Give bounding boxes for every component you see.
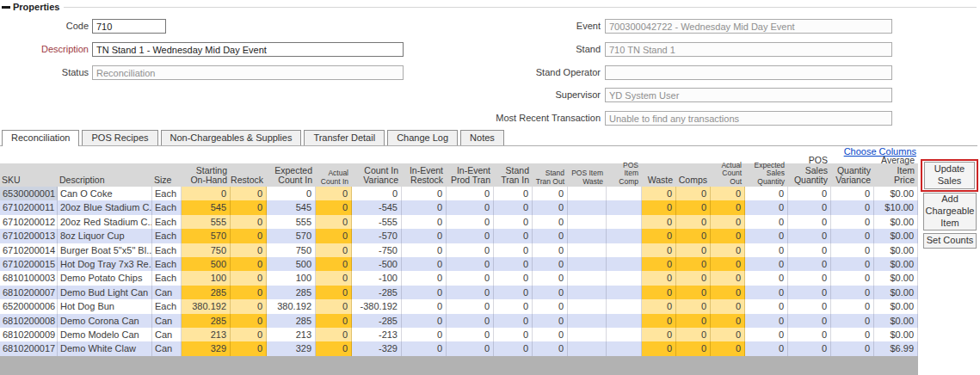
grid-cell[interactable]: 213 <box>182 328 231 341</box>
grid-cell[interactable]: 750 <box>267 243 316 257</box>
grid-cell[interactable] <box>568 286 607 299</box>
grid-cell[interactable]: 0 <box>494 229 533 243</box>
grid-cell[interactable]: 545 <box>182 200 231 214</box>
grid-cell[interactable]: 0 <box>788 187 831 200</box>
grid-cell[interactable]: Each <box>152 243 182 257</box>
grid-cell[interactable]: 380.192 <box>182 299 231 313</box>
grid-cell[interactable]: 0 <box>642 328 676 341</box>
tab-change-log[interactable]: Change Log <box>387 130 458 145</box>
grid-cell[interactable]: 0 <box>745 299 788 313</box>
grid-cell[interactable]: 0 <box>533 271 568 285</box>
column-header[interactable]: Expected Sales Quantity <box>745 163 788 187</box>
grid-cell[interactable]: 0 <box>494 328 533 341</box>
grid-cell[interactable]: 0 <box>231 187 267 200</box>
update-sales-button[interactable]: Update Sales <box>924 162 975 189</box>
grid-cell[interactable] <box>568 314 607 328</box>
grid-cell[interactable]: 285 <box>182 286 231 299</box>
grid-cell[interactable]: -750 <box>352 243 402 257</box>
grid-cell[interactable]: 570 <box>267 229 316 243</box>
grid-cell[interactable]: 0 <box>402 328 447 341</box>
grid-cell[interactable]: 0 <box>788 243 831 257</box>
grid-cell[interactable]: 0 <box>494 215 533 229</box>
grid-cell[interactable]: 0 <box>533 299 568 313</box>
grid-cell[interactable]: Demo Bud Light Can <box>58 286 152 299</box>
grid-cell[interactable]: 0 <box>316 200 352 214</box>
grid-cell[interactable]: 0 <box>494 257 533 271</box>
grid-cell[interactable]: 0 <box>316 328 352 341</box>
grid-cell[interactable] <box>568 299 607 313</box>
grid-cell[interactable]: Each <box>152 271 182 285</box>
grid-cell[interactable]: $0.00 <box>874 229 918 243</box>
grid-cell[interactable]: 0 <box>831 200 874 214</box>
grid-cell[interactable]: 0 <box>533 257 568 271</box>
grid-cell[interactable]: 0 <box>494 200 533 214</box>
grid-cell[interactable] <box>568 271 607 285</box>
column-header[interactable]: POS Item Waste <box>568 163 607 187</box>
column-header[interactable]: Waste <box>642 163 676 187</box>
grid-cell[interactable]: 0 <box>676 215 711 229</box>
grid-cell[interactable]: 0 <box>831 271 874 285</box>
grid-cell[interactable]: 0 <box>788 215 831 229</box>
grid-cell[interactable]: 0 <box>711 299 745 313</box>
grid-cell[interactable]: Each <box>152 299 182 313</box>
grid-cell[interactable]: 0 <box>494 341 533 355</box>
grid-cell[interactable] <box>568 187 607 200</box>
grid-cell[interactable]: 0 <box>711 314 745 328</box>
grid-cell[interactable]: 0 <box>533 229 568 243</box>
grid-cell[interactable]: 0 <box>231 341 267 355</box>
grid-cell[interactable]: 0 <box>494 299 533 313</box>
grid-cell[interactable]: Each <box>152 257 182 271</box>
grid-cell[interactable]: 0 <box>676 286 711 299</box>
grid-cell[interactable]: -555 <box>352 215 402 229</box>
grid-cell[interactable]: 0 <box>447 341 494 355</box>
grid-cell[interactable]: $0.00 <box>874 314 918 328</box>
grid-cell[interactable] <box>607 215 642 229</box>
grid-cell[interactable]: Demo Modelo Can <box>58 328 152 341</box>
tab-reconciliation[interactable]: Reconciliation <box>2 130 79 146</box>
grid-cell[interactable]: 0 <box>642 187 676 200</box>
grid-cell[interactable]: 0 <box>231 299 267 313</box>
grid-cell[interactable]: 0 <box>533 200 568 214</box>
grid-cell[interactable]: 0 <box>533 215 568 229</box>
grid-cell[interactable]: Demo Potato Chips <box>58 271 152 285</box>
tab-transfer-detail[interactable]: Transfer Detail <box>304 130 385 145</box>
grid-cell[interactable]: 0 <box>788 328 831 341</box>
grid-cell[interactable]: 0 <box>182 187 231 200</box>
grid-cell[interactable]: 0 <box>402 187 447 200</box>
grid-cell[interactable]: 0 <box>402 229 447 243</box>
grid-cell[interactable]: 0 <box>711 271 745 285</box>
grid-cell[interactable]: $0.00 <box>874 215 918 229</box>
grid-cell[interactable]: 0 <box>788 200 831 214</box>
grid-cell[interactable] <box>607 229 642 243</box>
grid-cell[interactable]: 0 <box>447 299 494 313</box>
grid-cell[interactable]: 0 <box>642 243 676 257</box>
grid-cell[interactable]: 0 <box>402 314 447 328</box>
grid-cell[interactable]: 0 <box>711 200 745 214</box>
grid-cell[interactable]: 0 <box>231 314 267 328</box>
grid-cell[interactable]: 0 <box>533 286 568 299</box>
column-header[interactable]: Actual Count Out <box>711 163 745 187</box>
grid-cell[interactable]: 0 <box>745 286 788 299</box>
grid-cell[interactable]: 0 <box>494 243 533 257</box>
grid-cell[interactable]: $10.00 <box>874 200 918 214</box>
grid-cell[interactable] <box>607 314 642 328</box>
grid-cell[interactable]: 0 <box>788 314 831 328</box>
grid-cell[interactable]: 0 <box>316 286 352 299</box>
grid-cell[interactable]: 0 <box>642 286 676 299</box>
column-header[interactable]: Starting On-Hand <box>182 163 231 187</box>
grid-cell[interactable]: 0 <box>642 341 676 355</box>
grid-cell[interactable]: 0 <box>352 187 402 200</box>
grid-cell[interactable]: 0 <box>316 257 352 271</box>
grid-cell[interactable]: 0 <box>676 314 711 328</box>
grid-cell[interactable]: 0 <box>447 187 494 200</box>
grid-cell[interactable]: 6810100003 <box>0 271 58 285</box>
add-chargeable-item-button[interactable]: Add Chargeable Item <box>923 193 977 231</box>
grid-cell[interactable]: Demo White Claw <box>58 341 152 355</box>
grid-cell[interactable]: -570 <box>352 229 402 243</box>
column-header[interactable]: POS Item Comp <box>607 163 642 187</box>
grid-cell[interactable]: $0.00 <box>874 187 918 200</box>
grid-cell[interactable]: 0 <box>676 200 711 214</box>
grid-cell[interactable]: 6810200007 <box>0 286 58 299</box>
grid-cell[interactable]: 0 <box>402 271 447 285</box>
grid-cell[interactable]: 329 <box>267 341 316 355</box>
